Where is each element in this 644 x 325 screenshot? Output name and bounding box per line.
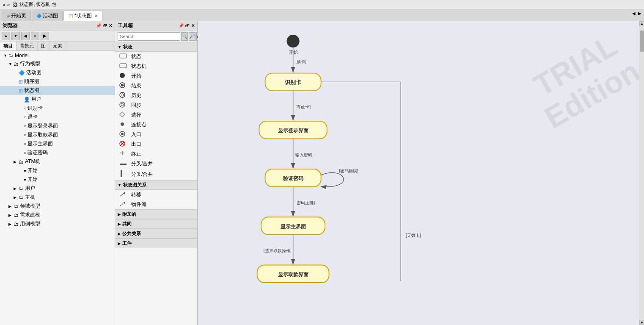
tab-activity[interactable]: 🔷 活动图	[32, 11, 63, 21]
tree-item-idcard[interactable]: ○ 识别卡	[0, 104, 115, 113]
toolbox-section-tools-header[interactable]: ▶ 工件	[115, 239, 197, 248]
toolbox-undock-icon[interactable]: 🗗	[185, 23, 190, 28]
tree-item-atm[interactable]: ▶ 🗂 ATM机	[0, 157, 115, 166]
toolbox-item-state[interactable]: 状态	[115, 52, 197, 61]
flow-item-label: 物件流	[131, 201, 146, 208]
behavior-label: 行为模型	[20, 60, 40, 67]
tree-item-host[interactable]: ▶ 🗂 主机	[0, 193, 115, 202]
nav-expand-btn[interactable]: ◀	[21, 32, 30, 40]
toolbox-close-icon[interactable]: ✕	[191, 23, 195, 28]
toolbox-item-start[interactable]: 开始	[115, 71, 197, 81]
svg-rect-19	[121, 170, 122, 177]
svg-point-2	[120, 73, 125, 78]
tree-item-verify[interactable]: ○ 验证密码	[0, 148, 115, 157]
domain-label: 领域模型	[20, 203, 40, 210]
toolbox-item-sync[interactable]: 同步	[115, 100, 197, 110]
toolbox-item-terminate[interactable]: 终止	[115, 149, 197, 159]
toolbox-item-choice[interactable]: 选择	[115, 110, 197, 120]
toolbox-section-publicrelations-header[interactable]: ▶ 公共关系	[115, 229, 197, 239]
nav-forward-btn[interactable]: ▶	[41, 32, 49, 40]
nav-down-btn[interactable]: ▼	[11, 32, 20, 40]
tree-item-withdraw[interactable]: ○ 退卡	[0, 113, 115, 122]
search-advanced-btn[interactable]: 🔎	[189, 32, 195, 41]
tab-nav-left[interactable]: ◀	[632, 11, 636, 16]
close-browser-icon[interactable]: ✕	[109, 23, 112, 28]
publicrelations-section-arrow: ▶	[118, 232, 121, 236]
toolbox-section-additional-header[interactable]: ▶ 附加的	[115, 209, 197, 219]
scroll-up-btn[interactable]: ▲	[639, 21, 644, 26]
verify-icon: ○	[24, 150, 26, 155]
search-btn[interactable]: 🔍	[181, 32, 188, 41]
nav-up-btn[interactable]: ▲	[2, 32, 10, 40]
svg-text:[密码正确]: [密码正确]	[295, 200, 315, 205]
diagram-path-label: 状态图, 状态机 包	[19, 1, 56, 8]
tree-item-sequence[interactable]: ⊞ 顺序图	[0, 77, 115, 86]
tab-statechart[interactable]: 📋 *状态图 ✕	[63, 11, 102, 21]
toolbox-item-end[interactable]: 结束	[115, 81, 197, 91]
start1-icon: ●	[24, 168, 26, 173]
terminate-item-label: 终止	[131, 150, 141, 158]
withdraw-icon: ○	[24, 115, 26, 119]
additional-section-label: 附加的	[122, 211, 136, 217]
browser-tree: ▼ 🗂 Model ▼ 🗂 行为模型 🔷 活动图	[0, 51, 115, 325]
toolbox-section-state-header[interactable]: ▼ 状态	[115, 42, 197, 52]
tree-item-requirements[interactable]: ▶ 🗂 需求建模	[0, 211, 115, 219]
toolbox-item-fork2[interactable]: 分叉/合并	[115, 169, 197, 180]
start-node[interactable]	[287, 35, 300, 47]
nav-back-btn[interactable]: «	[3, 2, 6, 8]
tree-item-statechart[interactable]: ⊞ 状态图	[0, 86, 115, 95]
pin-icon[interactable]: 📌	[96, 23, 101, 28]
tree-item-showwithdraw[interactable]: ○ 显示取款界面	[0, 131, 115, 139]
svg-point-6	[121, 94, 124, 96]
tree-item-activity[interactable]: 🔷 活动图	[0, 68, 115, 77]
toolbox-item-statemachine[interactable]: 状态机	[115, 61, 197, 71]
tree-item-domain[interactable]: ▶ 🗂 领域模型	[0, 202, 115, 211]
toolbox-item-fork1[interactable]: 分叉/合并	[115, 159, 197, 169]
toolbox-item-flow[interactable]: 物件流	[115, 200, 197, 209]
showlogin-label: 显示登录界面	[28, 122, 58, 130]
toolbox-section-common-header[interactable]: ▶ 共同	[115, 219, 197, 229]
undock-icon[interactable]: 🗗	[103, 23, 107, 28]
scroll-thumb[interactable]	[640, 31, 644, 52]
host-icon: 🗂	[19, 194, 24, 200]
toolbox-section-additional: ▶ 附加的	[115, 209, 197, 219]
main-layout: 浏览器 📌 🗗 ✕ ▲ ▼ ◀ ≡ ▶ 项目 背景元 图 元素	[0, 21, 644, 325]
tree-item-usernode[interactable]: ▶ 🗂 用户	[0, 184, 115, 193]
toolbox-title: 工具箱	[118, 22, 179, 29]
tree-item-start2[interactable]: ● 开始	[0, 175, 115, 184]
state-icon	[119, 53, 129, 60]
scroll-down-btn[interactable]: ▼	[639, 320, 644, 325]
toolbox-section-relations-header[interactable]: ▼ 状态图关系	[115, 180, 197, 190]
diagram-area[interactable]: TRIAL Edition 开始 [插卡] 识别卡 [有效卡] 显示登录界面 输…	[198, 21, 644, 325]
toolbox-search-input[interactable]	[118, 32, 180, 41]
withdraw-label: 退卡	[28, 114, 38, 121]
tab-start[interactable]: ⊕ 开始页	[2, 11, 31, 21]
nav-forward-btn[interactable]: »	[7, 2, 10, 8]
browser-tab-background[interactable]: 背景元	[17, 42, 38, 50]
tab-close-btn[interactable]: ✕	[94, 14, 98, 18]
browser-tab-project[interactable]: 项目	[0, 42, 17, 50]
tree-item-usecase[interactable]: ▶ 🗂 用例模型	[0, 219, 115, 228]
toolbox-item-transition[interactable]: 转移	[115, 190, 197, 200]
tree-item-model[interactable]: ▼ 🗂 Model	[0, 52, 115, 59]
showlogin-node-label: 显示登录界面	[278, 128, 309, 133]
common-section-arrow: ▶	[118, 222, 121, 226]
toolbox-item-exit[interactable]: 出口	[115, 139, 197, 149]
toolbox-item-entry[interactable]: 入口	[115, 130, 197, 139]
vertical-scrollbar[interactable]: ▲ ▼	[639, 21, 644, 325]
tree-item-showlogin[interactable]: ○ 显示登录界面	[0, 122, 115, 131]
tree-item-start1[interactable]: ● 开始	[0, 166, 115, 175]
nav-menu-btn[interactable]: ≡	[31, 32, 39, 40]
tree-item-behavior[interactable]: ▼ 🗂 行为模型	[0, 59, 115, 68]
browser-tab-element[interactable]: 元素	[50, 42, 66, 50]
svg-rect-1	[120, 64, 127, 68]
toolbox-item-history[interactable]: 历史	[115, 91, 197, 100]
browser-tab-diagram[interactable]: 图	[38, 42, 50, 50]
toolbox-pin-icon[interactable]: 📌	[179, 23, 184, 28]
svg-text:[密码错误]: [密码错误]	[339, 169, 358, 173]
tab-nav-right[interactable]: ▶	[638, 11, 641, 16]
tree-item-showmain[interactable]: ○ 显示主界面	[0, 139, 115, 148]
sync-item-label: 同步	[131, 102, 141, 109]
toolbox-item-connection[interactable]: 连接点	[115, 120, 197, 130]
tree-item-user[interactable]: 👤 用户	[0, 95, 115, 104]
